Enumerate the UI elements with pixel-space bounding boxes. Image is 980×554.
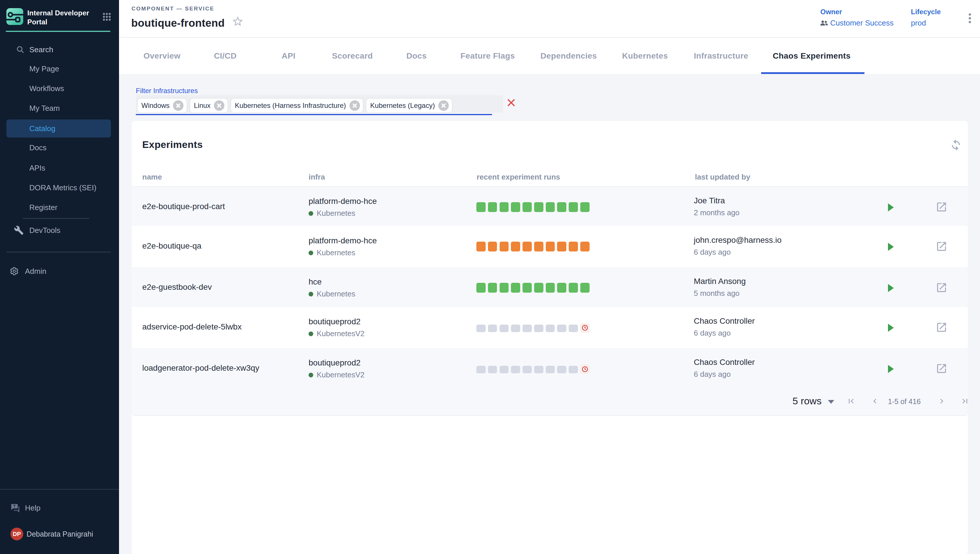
svg-text:?: ? [13,504,16,508]
